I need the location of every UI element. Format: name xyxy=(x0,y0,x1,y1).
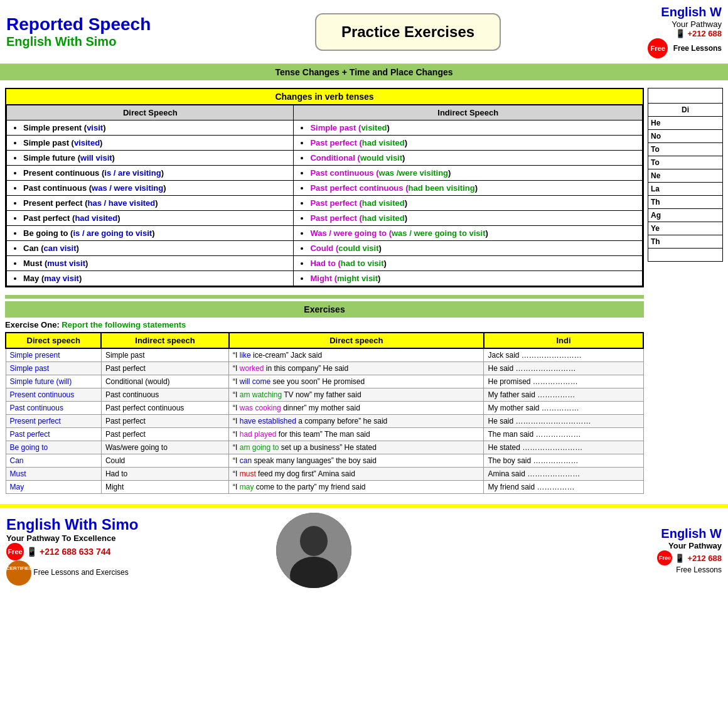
footer-free-badge: Free xyxy=(6,543,24,560)
verb-tenses-title: Changes in verb tenses xyxy=(6,89,643,105)
right-col-header xyxy=(648,88,723,104)
ex-direct-cell: Be going to xyxy=(6,441,101,454)
right-col-cell: Th xyxy=(648,235,723,249)
right-col-cell: Ne xyxy=(648,169,723,183)
ex-sentence-cell: “I was cooking dinner” my mother said xyxy=(229,402,484,415)
tenses-indirect-cell: Was / were going to (was / were going to… xyxy=(294,226,643,241)
ex-direct-cell: Simple present xyxy=(6,348,101,362)
tenses-direct-cell: Must (must visit) xyxy=(7,256,294,271)
footer-free-badge2: Free xyxy=(657,550,672,565)
footer-phone-row2: Free 📱 +212 688 xyxy=(370,550,722,565)
right-col-cell: He xyxy=(648,117,723,130)
tenses-indirect-cell: Past perfect (had visited) xyxy=(294,136,643,151)
ex-indirect-cell: Had to xyxy=(101,468,228,481)
tenses-indirect-cell: Had to (had to visit) xyxy=(294,256,643,271)
whatsapp-icon-footer: 📱 xyxy=(26,547,37,557)
right-col-cell: Th xyxy=(648,196,723,209)
ex-direct-cell: Present perfect xyxy=(6,415,101,428)
ex-direct-cell: Simple future (will) xyxy=(6,375,101,388)
ex-sentence-cell: “I can speak many languages” the boy sai… xyxy=(229,454,484,468)
ex-col-indirect: Indirect speech xyxy=(101,333,228,348)
tenses-indirect-cell: Simple past (visited) xyxy=(294,120,643,136)
table-row: MustHad to“I must feed my dog first” Ami… xyxy=(6,468,643,481)
right-col-cell: Ag xyxy=(648,209,723,222)
ex-indirect-answer-cell: He said ………………………… xyxy=(484,415,643,428)
ex-indirect-cell: Past perfect xyxy=(101,362,228,375)
exercise-one-title: Exercise One: Report the following state… xyxy=(5,320,644,329)
ex-col-indi: Indi xyxy=(484,333,643,348)
tenses-indirect-cell: Past perfect (had visited) xyxy=(294,196,643,211)
tenses-direct-cell: Simple future (will visit) xyxy=(7,151,294,166)
ex-indirect-answer-cell: The man said ……………… xyxy=(484,428,643,441)
footer-phone-row: Free 📱 +212 688 633 744 xyxy=(6,543,138,560)
footer: English With Simo Your Pathway To Excell… xyxy=(0,506,728,593)
ex-sentence-cell: “I am going to set up a business” He sta… xyxy=(229,441,484,454)
ex-direct-cell: Simple past xyxy=(6,362,101,375)
phone-right: 📱 +212 688 xyxy=(596,29,722,38)
avatar-svg xyxy=(276,513,351,588)
table-row: Past continuousPast perfect continuous“I… xyxy=(6,402,643,415)
header: Reported Speech English With Simo Practi… xyxy=(0,0,728,64)
table-row: Simple presentSimple past“I like ice-cre… xyxy=(6,348,643,362)
table-row: Simple pastPast perfect“I worked in this… xyxy=(6,362,643,375)
ex-indirect-answer-cell: Amina said ………………… xyxy=(484,468,643,481)
tenses-direct-cell: Present continuous (is / are visiting) xyxy=(7,166,294,181)
tenses-table: Direct Speech Indirect Speech Simple pre… xyxy=(6,105,643,286)
ex-sentence-cell: “I am watching TV now” my father said xyxy=(229,388,484,402)
footer-left: English With Simo Your Pathway To Excell… xyxy=(6,516,257,586)
tenses-direct-cell: May (may visit) xyxy=(7,271,294,286)
ex-sentence-cell: “I must feed my dog first” Amina said xyxy=(229,468,484,481)
ex-indirect-answer-cell: My father said …………… xyxy=(484,388,643,402)
right-col-di: Di xyxy=(648,104,723,117)
ex-sentence-cell: “I had played for this team” The man sai… xyxy=(229,428,484,441)
ex-direct-cell: May xyxy=(6,481,101,494)
header-left: Reported Speech English With Simo xyxy=(6,14,220,49)
ex-indirect-cell: Simple past xyxy=(101,348,228,362)
ex-col-direct: Direct speech xyxy=(6,333,101,348)
col-direct-speech: Direct Speech xyxy=(7,105,294,120)
ex-indirect-answer-cell: He promised ……………… xyxy=(484,375,643,388)
table-row: Present continuousPast continuous“I am w… xyxy=(6,388,643,402)
ex-direct-cell: Past continuous xyxy=(6,402,101,415)
footer-free-lessons: CERTIFIED Free Lessons and Exercises xyxy=(6,560,138,586)
tenses-direct-cell: Simple past (visited) xyxy=(7,136,294,151)
ex-indirect-cell: Past perfect xyxy=(101,428,228,441)
right-col-cell: No xyxy=(648,130,723,143)
table-row: Be going toWas/were going to“I am going … xyxy=(6,441,643,454)
tenses-direct-cell: Past continuous (was / were visiting) xyxy=(7,181,294,196)
certified-badge: CERTIFIED xyxy=(6,560,31,586)
header-right: English W Your Pathway 📱 +212 688 Free F… xyxy=(596,5,722,58)
free-badge-right: Free xyxy=(648,38,668,58)
ex-sentence-cell: “I may come to the party” my friend said xyxy=(229,481,484,494)
table-row: Past perfectPast perfect“I had played fo… xyxy=(6,428,643,441)
ex-indirect-cell: Past perfect continuous xyxy=(101,402,228,415)
ex-direct-cell: Present continuous xyxy=(6,388,101,402)
main-content: Changes in verb tenses Direct Speech Ind… xyxy=(0,83,728,501)
ex-sentence-cell: “I worked in this company” He said xyxy=(229,362,484,375)
ex-sentence-cell: “I will come see you soon” He promised xyxy=(229,375,484,388)
right-col-cell: La xyxy=(648,183,723,196)
left-section: Changes in verb tenses Direct Speech Ind… xyxy=(5,88,644,496)
exercise-table: Direct speech Indirect speech Direct spe… xyxy=(5,332,644,494)
brand-right: English W xyxy=(596,5,722,19)
ex-indirect-answer-cell: Jack said …………………… xyxy=(484,348,643,362)
footer-ews-title2: English W xyxy=(370,527,722,541)
ex-indirect-answer-cell: He said …………………… xyxy=(484,362,643,375)
whatsapp-icon: 📱 xyxy=(675,29,685,38)
footer-free-lessons2: Free Lessons xyxy=(370,565,722,574)
footer-center xyxy=(257,513,370,588)
ex-direct-cell: Can xyxy=(6,454,101,468)
free-lessons-right: Free Free Lessons xyxy=(596,38,722,58)
right-col-cell: To xyxy=(648,143,723,156)
table-row: Present perfectPast perfect“I have estab… xyxy=(6,415,643,428)
verb-tenses-section: Changes in verb tenses Direct Speech Ind… xyxy=(5,88,644,287)
tenses-indirect-cell: Might (might visit) xyxy=(294,271,643,286)
ex-sentence-cell: “I like ice-cream” Jack said xyxy=(229,348,484,362)
right-col-cell: Ye xyxy=(648,222,723,235)
ex-indirect-cell: Was/were going to xyxy=(101,441,228,454)
footer-pathway: Your Pathway To Excellence xyxy=(6,533,138,543)
ex-indirect-cell: Conditional (would) xyxy=(101,375,228,388)
footer-phone2: +212 688 xyxy=(687,554,722,563)
ex-sentence-cell: “I have established a company before” he… xyxy=(229,415,484,428)
right-col-cell xyxy=(648,249,723,262)
